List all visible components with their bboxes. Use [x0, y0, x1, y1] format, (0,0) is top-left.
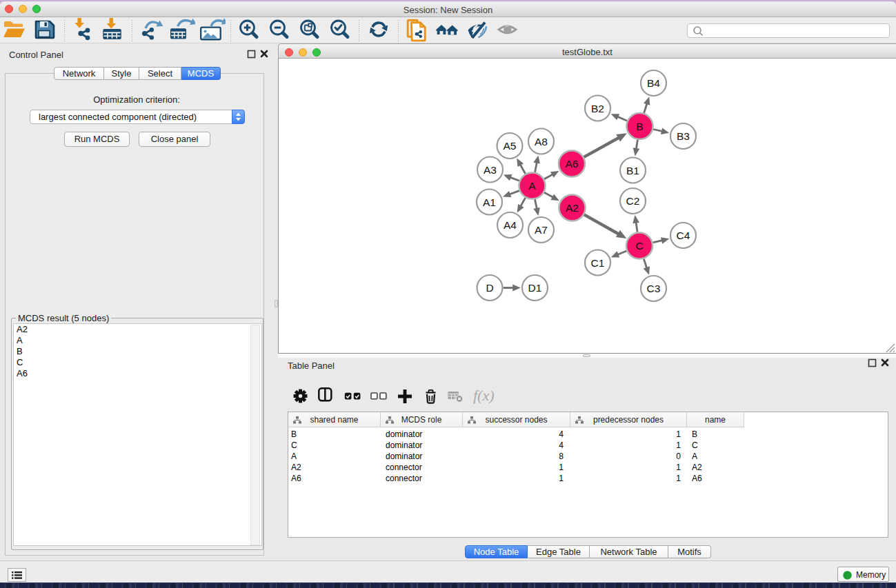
svg-text:C3: C3 [647, 283, 661, 294]
svg-text:A1: A1 [483, 196, 496, 208]
svg-text:D: D [486, 282, 493, 294]
svg-text:A7: A7 [535, 224, 548, 236]
svg-text:B4: B4 [647, 77, 660, 89]
svg-text:C2: C2 [626, 195, 640, 207]
svg-text:B1: B1 [626, 165, 639, 176]
svg-text:A8: A8 [535, 136, 548, 148]
svg-text:A4: A4 [504, 219, 517, 231]
svg-text:A3: A3 [484, 164, 497, 176]
svg-text:B3: B3 [677, 130, 690, 142]
svg-text:B: B [636, 121, 643, 132]
svg-text:A: A [528, 180, 536, 192]
svg-text:C: C [635, 240, 643, 252]
svg-text:A5: A5 [504, 140, 517, 152]
svg-text:A6: A6 [566, 158, 579, 170]
svg-text:A2: A2 [566, 202, 579, 214]
svg-text:C4: C4 [677, 230, 690, 241]
svg-text:C1: C1 [591, 257, 605, 269]
svg-text:B2: B2 [591, 103, 604, 114]
svg-text:D1: D1 [528, 282, 542, 294]
